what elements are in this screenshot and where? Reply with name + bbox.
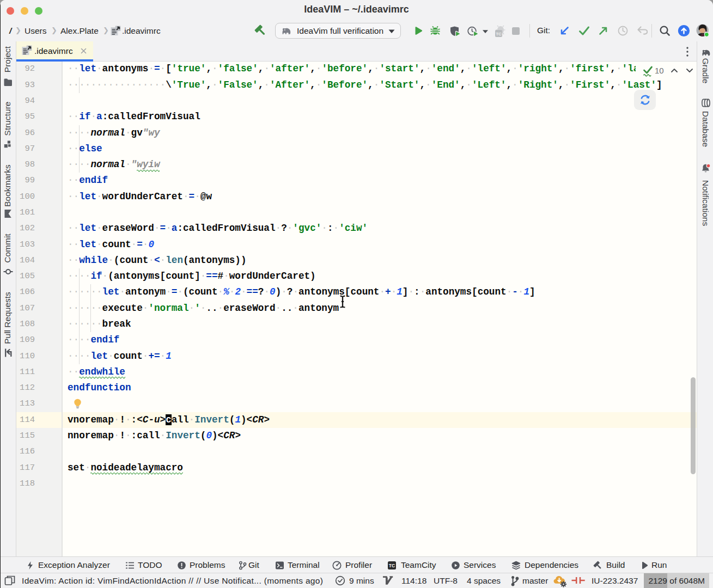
svg-text:TC: TC [389,563,395,568]
svg-text:TC: TC [496,32,502,36]
